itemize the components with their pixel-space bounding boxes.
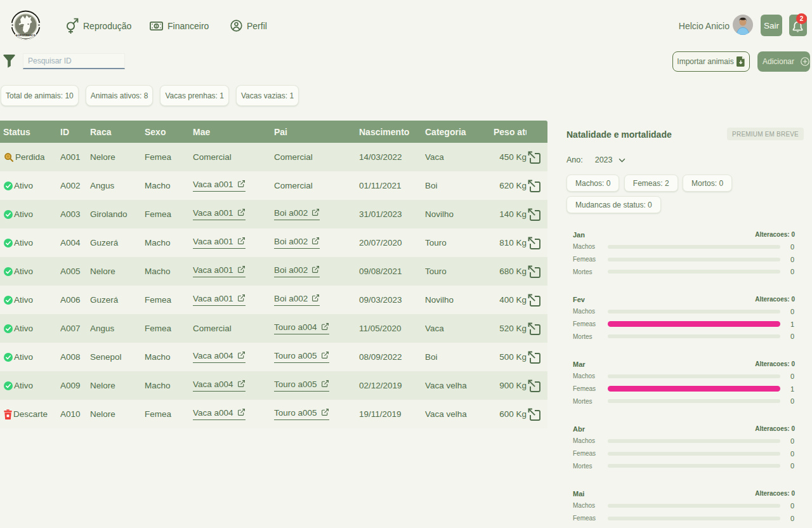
svg-text:AGROFINANCE: AGROFINANCE <box>16 34 36 37</box>
